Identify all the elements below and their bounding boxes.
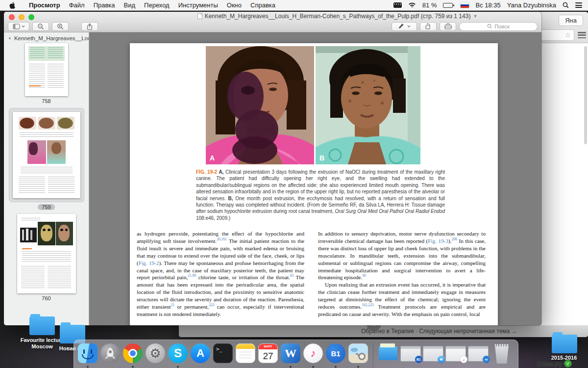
dock-notes[interactable] (235, 342, 256, 364)
thumbnail-759-selected[interactable]: 759 (4, 108, 89, 214)
screen: Яна ☆ Обратно в Терапия · Следующая непр… (0, 0, 588, 368)
minimize-button[interactable] (19, 14, 24, 20)
thumbnail-page-number: 760 (42, 295, 50, 301)
site-watermark: Стом.ру V (537, 360, 572, 368)
thumbnail-page-number: 758 (42, 98, 50, 104)
dock-word[interactable]: W (280, 342, 301, 364)
zoom-button[interactable] (28, 14, 34, 20)
document-proxy-icon[interactable] (197, 13, 202, 19)
menu-bar-clock[interactable]: Вс 18:35 (475, 1, 500, 9)
close-button[interactable] (9, 14, 15, 20)
dock-folder-stack[interactable] (377, 342, 399, 364)
dock-calendar[interactable]: МАРТ 27 (257, 342, 279, 364)
window-title: Kenneth_M_Hargreaves__Louis_H_Berman-Coh… (205, 13, 471, 20)
running-indicator (357, 366, 359, 368)
gear-icon: ⚙ (146, 343, 165, 363)
browser-bottom-bar: Обратно в Терапия · Следующая непрочитан… (179, 325, 588, 337)
dock-minimized-window-itunes[interactable]: ♪ (445, 342, 466, 364)
dock-finder[interactable] (77, 342, 98, 364)
folder-icon (29, 316, 55, 335)
sidebar-document-group[interactable]: ▼ Kenneth_M_Hargreaves__Louis_... (4, 32, 89, 43)
menu-item-tools[interactable]: Инструменты (174, 1, 222, 9)
running-indicator (335, 366, 337, 368)
dock-system-preferences[interactable]: ⚙ (145, 342, 166, 364)
forum-navigation-links[interactable]: Обратно в Терапия · Следующая непрочитан… (361, 328, 517, 335)
user-session-name[interactable]: Yana Dzyubinska (507, 1, 556, 9)
watermark-text: Стом.ру (537, 360, 563, 368)
dock-launchpad[interactable] (99, 342, 121, 364)
spotlight-search-icon[interactable] (563, 2, 569, 8)
running-indicator (290, 366, 292, 368)
markup-pen-button[interactable] (392, 22, 417, 31)
pdf-page-759: A (130, 43, 498, 325)
desktop-folder-2015-2016[interactable]: 2015-2016 (552, 335, 586, 361)
dock-trash[interactable] (491, 342, 513, 364)
dock-b1[interactable]: B1 (325, 342, 346, 364)
folder-icon (552, 335, 577, 353)
clinical-photo-a: A (206, 46, 314, 164)
menu-item-edit[interactable]: Правка (89, 1, 120, 9)
search-input[interactable]: Поиск (459, 22, 538, 31)
notification-center-icon[interactable] (575, 2, 582, 8)
dock-app-store[interactable]: A (190, 342, 211, 364)
dock-divider (373, 342, 373, 368)
preview-toolbar: Поиск (4, 21, 541, 32)
calendar-day: 27 (259, 350, 277, 363)
music-note-icon: ♪ (304, 344, 322, 363)
dock-itunes[interactable]: ♪ (302, 342, 324, 364)
disclosure-triangle-icon[interactable]: ▼ (8, 36, 12, 41)
wifi-icon[interactable] (408, 2, 416, 8)
menu-item-file[interactable]: Файл (65, 1, 89, 9)
preview-window: Kenneth_M_Hargreaves__Louis_H_Berman-Coh… (4, 12, 541, 325)
dock-preview[interactable] (347, 342, 369, 364)
photo-b-letter: B (319, 154, 324, 162)
dock-terminal[interactable]: >_ (212, 342, 234, 364)
browser-scrollbar[interactable] (584, 46, 587, 144)
dock-skype[interactable]: S (167, 342, 189, 364)
right-column-paragraph-1: In addition to sensory deprivation, moto… (318, 230, 486, 281)
calendar-month: МАРТ (259, 344, 277, 349)
menu-item-preview[interactable]: Просмотр (24, 1, 65, 9)
zoom-in-button[interactable] (52, 22, 69, 31)
battery-icon[interactable] (443, 3, 454, 8)
thumbnail-760[interactable]: 760 (4, 214, 89, 305)
running-indicator (87, 366, 89, 368)
sidebar-document-name: Kenneth_M_Hargreaves__Louis_... (14, 35, 89, 41)
watermark-logo-icon: V (564, 360, 572, 368)
menu-item-help[interactable]: Справка (246, 1, 280, 9)
rotate-button[interactable] (420, 22, 437, 31)
share-button[interactable] (81, 22, 98, 31)
browser-profile-button[interactable]: Яна (559, 15, 583, 26)
title-chevron-down-icon[interactable]: ▼ (473, 14, 477, 19)
thumbnail-758[interactable]: 758 (4, 43, 89, 108)
dock-minimized-window-b1[interactable]: B1 (400, 342, 421, 364)
dock: ⚙ S A >_ МАРТ 2 (74, 340, 518, 368)
pdf-content-area[interactable]: A (89, 32, 541, 325)
apple-menu[interactable] (9, 1, 16, 9)
search-placeholder: Поиск (494, 24, 509, 29)
bookmark-star-icon[interactable]: ☆ (564, 31, 571, 39)
window-titlebar[interactable]: Kenneth_M_Hargreaves__Louis_H_Berman-Coh… (4, 12, 541, 21)
running-indicator (177, 366, 179, 368)
right-column-text: In addition to sensory deprivation, moto… (318, 230, 486, 318)
menu-item-window[interactable]: Окно (222, 1, 246, 9)
right-column-paragraph-2: Upon realizing that an extrusion event h… (318, 281, 486, 318)
clinical-photo-b: B (316, 46, 420, 164)
traffic-lights (9, 14, 34, 20)
running-indicator (312, 366, 314, 368)
dock-minimized-window-word[interactable]: W (467, 342, 489, 364)
menu-item-view[interactable]: Вид (120, 1, 140, 9)
dock-minimized-window-2[interactable]: ✉ (422, 342, 444, 364)
window-title-row: Kenneth_M_Hargreaves__Louis_H_Berman-Coh… (136, 12, 539, 21)
zoom-out-button[interactable] (32, 22, 49, 31)
dock-chrome[interactable] (122, 342, 144, 364)
keyboard-icon[interactable] (393, 2, 402, 8)
sidebar-view-button[interactable] (8, 22, 29, 31)
menu-bar: Просмотр Файл Правка Вид Переход Инструм… (0, 0, 588, 11)
input-language-flag-icon[interactable] (461, 2, 469, 8)
menu-item-go[interactable]: Переход (140, 1, 174, 9)
left-column-text: as hydrogen peroxide, potentiating the e… (137, 230, 304, 318)
photo-a-letter: A (210, 154, 215, 162)
menu-hamburger-icon[interactable] (578, 32, 586, 38)
markup-toolbox-button[interactable] (440, 22, 456, 31)
